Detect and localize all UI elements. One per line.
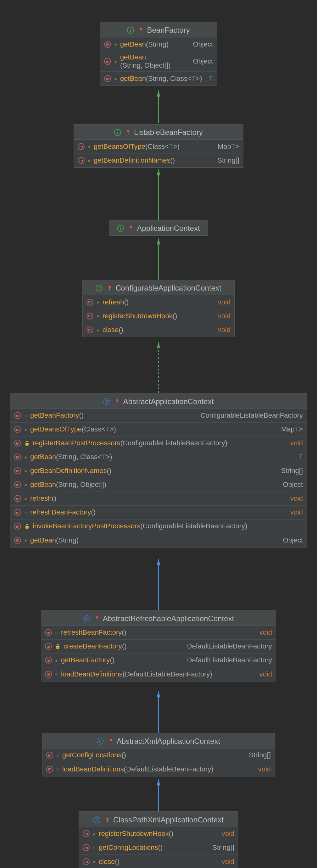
method-list: m○refreshBeanFactory()voidm🔒createBeanFa… [41,626,276,681]
method-row[interactable]: m○refreshBeanFactory()void [10,506,307,520]
class-box-beanfactory[interactable]: I📍BeanFactorymgetBean(String)ObjectmgetB… [100,22,217,86]
method-row[interactable]: mrefresh()void [10,492,307,506]
method-icon: m [14,426,21,433]
method-return: void [290,439,303,447]
pin-icon: 📍 [105,817,110,823]
public-modifier-icon [114,59,117,64]
abstract-class-icon: C [83,615,90,622]
method-row[interactable]: mgetBean(String, Object[])Object [10,478,307,492]
public-modifier-icon [24,427,27,432]
method-return: Object [193,40,213,49]
method-signature: refreshBeanFactory() [30,508,287,517]
method-signature: getBean(String) [30,536,280,545]
method-row[interactable]: mgetBean(String)Object [10,533,307,547]
protected-modifier-icon: 🔒 [24,441,30,446]
method-row[interactable]: mgetBeansOfType(Class<T>)MapT> [10,423,307,436]
pin-icon: 📍 [115,399,120,404]
method-signature: registerShutdownHook() [99,830,219,838]
method-return: String[] [212,843,234,851]
abstract-modifier-icon: ○ [24,510,27,515]
method-icon: m [14,467,21,474]
method-icon: m [87,327,93,333]
method-icon: m [14,509,21,516]
method-list: mrefresh()voidmregisterShutdownHook()voi… [83,295,234,337]
method-signature: loadBeanDefinitions(DefaultListableBeanF… [61,670,256,678]
method-signature: getBeanFactory() [61,656,184,664]
abstract-modifier-icon: ○ [55,630,58,635]
public-modifier-icon [97,328,99,333]
method-row[interactable]: m🔒invokeBeanFactoryPostProcessors(Config… [10,520,307,533]
public-modifier-icon [24,537,27,543]
method-row[interactable]: mgetBeanFactory()DefaultListableBeanFact… [41,653,276,668]
class-box-abstractxmlapplicationcontext[interactable]: C📍AbstractXmlApplicationContextm○getConf… [42,733,275,776]
method-row[interactable]: mregisterShutdownHook()void [83,309,234,323]
class-header: C📍AbstractApplicationContext [10,394,307,409]
public-modifier-icon [88,158,91,163]
class-header: I📍BeanFactory [100,22,217,37]
method-signature: getBean(String) [120,40,190,49]
method-row[interactable]: mrefresh()void [83,295,234,309]
method-signature: registerBeanPostProcessors(ConfigurableL… [33,439,287,447]
method-row[interactable]: m○getConfigLocations()String[] [79,841,238,855]
method-icon: m [78,143,85,150]
method-return: MapT> [281,425,303,433]
method-row[interactable]: mgetBean(String, Class<T>)T [10,451,307,464]
class-header: I📍ApplicationContext [110,220,207,236]
class-title: ConfigurableApplicationContext [116,284,221,292]
method-icon: m [104,41,111,48]
method-row[interactable]: mgetBean(String, Class<T>)T [100,72,217,86]
class-header: C📍AbstractXmlApplicationContext [42,733,275,748]
method-row[interactable]: m🔒createBeanFactory()DefaultListableBean… [41,640,276,653]
method-list: mgetBeansOfType(Class<T>)MapT>mgetBeanDe… [74,140,243,167]
pin-icon: 📍 [108,739,114,744]
arrow-xml-to-refreshable [158,692,159,733]
class-box-configurableapplicationcontext[interactable]: I📍ConfigurableApplicationContextmrefresh… [83,280,234,337]
class-title: AbstractRefreshableApplicationContext [103,614,234,623]
class-box-listablebeanfactory[interactable]: I📍ListableBeanFactorymgetBeansOfType(Cla… [73,124,244,167]
class-box-classpathxmlapplicationcontext[interactable]: C📍ClassPathXmlApplicationContextmregiste… [78,811,239,868]
method-row[interactable]: mgetBeanDefinitionNames()String[] [74,153,243,167]
method-row[interactable]: m🔒registerBeanPostProcessors(Configurabl… [10,436,307,451]
method-return: void [218,298,230,306]
abstract-modifier-icon: ○ [93,845,96,850]
method-row[interactable]: mclose()void [79,855,238,868]
method-signature: refresh() [102,298,215,306]
method-row[interactable]: m○loadBeanDefinitions(DefaultListableBea… [41,668,276,681]
interface-icon: I [114,129,121,136]
arrow-appctx-to-listable [158,170,159,220]
public-modifier-icon [97,300,99,305]
method-icon: m [87,313,93,319]
method-row[interactable]: mregisterShutdownHook()void [79,827,238,841]
interface-icon: I [96,285,102,291]
method-row[interactable]: mgetBeanDefinitionNames()String[] [10,464,307,478]
method-icon: m [87,299,93,306]
method-row[interactable]: m○getConfigLocations()String[] [42,748,275,762]
method-signature: close() [102,326,215,334]
method-return: Object [283,536,303,545]
public-modifier-icon [93,859,96,864]
method-signature: getBeansOfType(Class<T>) [94,143,215,151]
method-list: m○getConfigLocations()String[]m○loadBean… [42,748,275,776]
method-row[interactable]: m○refreshBeanFactory()void [41,626,276,640]
pin-icon: 📍 [138,28,144,33]
method-icon: m [46,752,53,758]
class-title: ApplicationContext [137,224,200,233]
class-box-applicationcontext[interactable]: I📍ApplicationContext [109,220,208,236]
method-row[interactable]: m○getBeanFactory()ConfigurableListableBe… [10,409,307,423]
method-return: void [259,628,272,637]
method-row[interactable]: mgetBean(String)Object [100,37,217,51]
class-box-abstractapplicationcontext[interactable]: C📍AbstractApplicationContextm○getBeanFac… [10,393,307,548]
method-icon: m [45,671,52,678]
method-icon: m [14,523,21,530]
method-row[interactable]: mclose()void [83,323,234,337]
method-return: void [222,858,234,866]
public-modifier-icon [24,455,27,460]
method-icon: m [104,58,111,65]
method-signature: getBeanDefinitionNames() [30,467,278,475]
class-box-abstractrefreshableapplicationcontext[interactable]: C📍AbstractRefreshableApplicationContextm… [41,610,276,682]
class-title: AbstractApplicationContext [123,397,214,406]
method-row[interactable]: mgetBean(String, Object[])Object [100,51,217,72]
method-list: m○getBeanFactory()ConfigurableListableBe… [10,409,307,547]
method-row[interactable]: mgetBeansOfType(Class<T>)MapT> [74,140,243,153]
method-row[interactable]: m○loadBeanDefinitions(DefaultListableBea… [42,762,275,776]
